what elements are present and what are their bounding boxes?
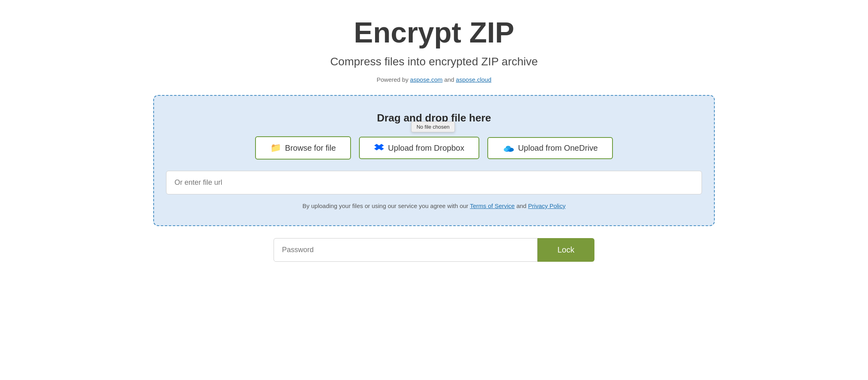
svg-point-3 [504,148,508,152]
page-subtitle: Compress files into encrypted ZIP archiv… [330,55,538,68]
page-title: Encrypt ZIP [354,16,514,49]
dropbox-upload-button[interactable]: Upload from Dropbox [359,137,479,159]
and-text: and [444,76,456,83]
folder-icon: 📁 [270,143,281,153]
privacy-policy-link[interactable]: Privacy Policy [528,202,566,209]
upload-buttons-row: 📁 Browse for file No file chosen Upload … [255,136,613,160]
onedrive-icon [503,144,514,152]
file-url-input[interactable] [166,171,702,194]
password-input[interactable] [274,238,537,262]
aspose-com-link[interactable]: aspose.com [410,76,442,83]
browse-file-label: Browse for file [285,144,336,153]
lock-button[interactable]: Lock [537,238,594,262]
onedrive-label: Upload from OneDrive [518,144,598,153]
terms-prefix: By uploading your files or using our ser… [302,202,468,209]
powered-by: Powered by aspose.com and aspose.cloud [377,76,491,83]
terms-of-service-link[interactable]: Terms of Service [470,202,515,209]
password-section: Lock [274,238,594,262]
powered-by-text: Powered by [377,76,408,83]
dropbox-label: Upload from Dropbox [388,144,464,153]
aspose-cloud-link[interactable]: aspose.cloud [456,76,491,83]
onedrive-upload-button[interactable]: Upload from OneDrive [487,137,613,159]
no-file-tooltip: No file chosen [411,121,454,132]
browse-file-button[interactable]: 📁 Browse for file [255,136,351,160]
dropbox-icon [374,143,384,153]
upload-drop-zone[interactable]: Drag and drop file here 📁 Browse for fil… [153,95,715,226]
terms-text: By uploading your files or using our ser… [302,202,566,209]
terms-and: and [516,202,528,209]
